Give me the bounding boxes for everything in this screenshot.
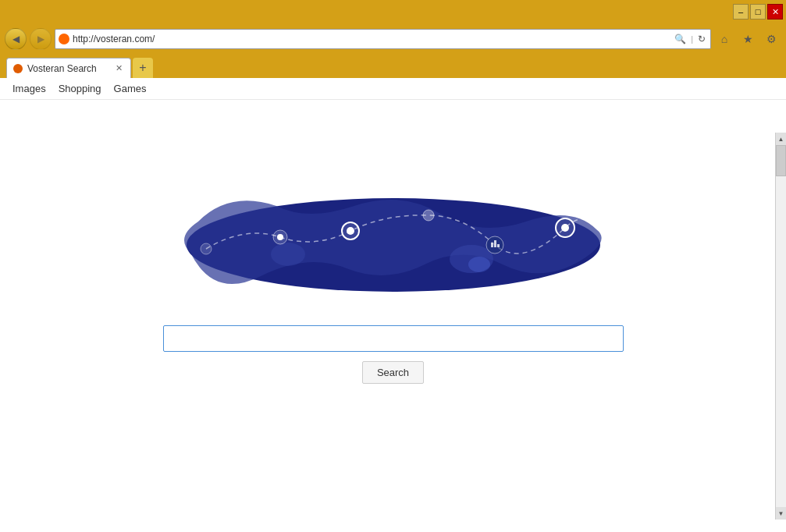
search-box-container: Search — [163, 325, 624, 384]
favorites-button[interactable]: ★ — [738, 29, 758, 49]
new-tab-button[interactable]: + — [133, 58, 153, 78]
search-button[interactable]: Search — [362, 361, 424, 384]
shopping-link[interactable]: Shopping — [59, 83, 101, 94]
scrollbar-up-button[interactable]: ▲ — [776, 133, 786, 145]
games-link[interactable]: Games — [114, 83, 147, 94]
back-button[interactable]: ◀ — [5, 28, 27, 50]
separator: | — [691, 34, 693, 44]
page-content: Search — [0, 100, 786, 532]
search-input[interactable] — [163, 325, 624, 352]
scrollbar-down-button[interactable]: ▼ — [776, 507, 786, 520]
address-input[interactable] — [73, 34, 670, 44]
scrollbar[interactable]: ▲ ▼ — [775, 133, 786, 520]
tab-favicon — [13, 64, 23, 73]
svg-point-15 — [468, 257, 490, 272]
close-button[interactable]: ✕ — [767, 4, 783, 20]
svg-point-2 — [271, 243, 305, 266]
site-favicon — [59, 34, 69, 44]
refresh-icon[interactable]: ↻ — [696, 34, 707, 44]
scrollbar-thumb[interactable] — [776, 145, 786, 176]
forward-icon: ▶ — [37, 34, 44, 44]
svg-rect-10 — [491, 243, 493, 247]
tab-label: Vosteran Search — [27, 63, 109, 74]
minimize-button[interactable]: – — [733, 4, 749, 20]
title-bar: – □ ✕ — [0, 0, 786, 23]
address-bar[interactable]: 🔍 | ↻ — [55, 29, 711, 49]
logo-container — [167, 186, 620, 303]
back-icon: ◀ — [12, 34, 20, 44]
images-link[interactable]: Images — [12, 83, 46, 94]
tab-bar: Vosteran Search ✕ + — [0, 55, 786, 78]
tab-close-button[interactable]: ✕ — [114, 62, 124, 74]
svg-point-5 — [277, 234, 283, 240]
active-tab[interactable]: Vosteran Search ✕ — [6, 58, 131, 78]
address-search-icon[interactable]: 🔍 — [673, 34, 688, 44]
page-navigation: Images Shopping Games — [0, 78, 786, 100]
svg-rect-12 — [497, 244, 500, 247]
browser-window: – □ ✕ ◀ ▶ 🔍 | ↻ ⌂ ★ ⚙ — [0, 0, 786, 532]
logo-svg — [167, 186, 620, 303]
nav-icons-right: ⌂ ★ ⚙ — [714, 29, 781, 49]
navigation-bar: ◀ ▶ 🔍 | ↻ ⌂ ★ ⚙ — [0, 23, 786, 55]
svg-point-3 — [201, 243, 212, 254]
svg-point-14 — [561, 224, 569, 232]
home-button[interactable]: ⌂ — [714, 29, 734, 49]
svg-point-8 — [423, 210, 434, 221]
settings-button[interactable]: ⚙ — [761, 29, 781, 49]
svg-rect-11 — [494, 240, 496, 247]
maximize-button[interactable]: □ — [750, 4, 766, 20]
forward-button[interactable]: ▶ — [30, 28, 52, 50]
content-area: Images Shopping Games — [0, 78, 786, 532]
svg-point-7 — [347, 227, 354, 235]
